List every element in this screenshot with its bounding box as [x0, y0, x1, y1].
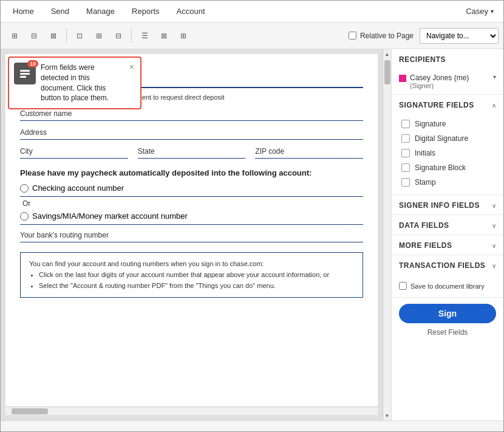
zip-label: ZIP code [255, 147, 363, 156]
more-fields-chevron-icon[interactable]: ∨ [492, 242, 496, 249]
sig-icon-stamp [401, 178, 410, 187]
horiz-scrollbar[interactable] [5, 406, 378, 415]
document-inner: 10 Form fields were detected in this doc… [5, 54, 378, 406]
toolbar-btn-6[interactable]: ⊟ [109, 27, 128, 44]
save-to-library-row: Save to document library [399, 279, 496, 292]
scroll-up-arrow[interactable]: ▲ [384, 50, 391, 58]
sig-label-stamp: Stamp [415, 178, 436, 187]
recipient-role: (Signer) [410, 82, 489, 89]
signature-fields-chevron-icon[interactable]: ∧ [492, 102, 496, 109]
data-fields-chevron-icon[interactable]: ∨ [492, 222, 496, 229]
nav-reports[interactable]: Reports [124, 1, 167, 22]
transaction-fields-title: Transaction Fields [399, 261, 485, 270]
signature-fields-title: Signature Fields [399, 101, 474, 109]
routing-label: Your bank's routing number [20, 231, 363, 239]
sig-label-digital: Digital Signature [415, 134, 468, 143]
navigate-to-select[interactable]: Navigate to... [420, 28, 499, 44]
sig-icon-signature [401, 120, 410, 128]
right-panel: RECIPIENTS Casey Jones (me) (Signer) ▾ [391, 49, 503, 420]
toolbar-btn-3[interactable]: ⊠ [44, 27, 63, 44]
state-label: State [138, 147, 246, 156]
savings-radio[interactable] [20, 212, 29, 221]
user-menu[interactable]: Casey ▾ [461, 7, 499, 16]
transaction-fields-section: Transaction Fields ∨ Save to document li… [392, 255, 503, 298]
user-chevron-icon: ▾ [491, 8, 494, 15]
checking-radio[interactable] [20, 184, 29, 193]
signature-fields-header[interactable]: Signature Fields ∧ [392, 95, 503, 114]
transaction-fields-header[interactable]: Transaction Fields ∨ [392, 255, 503, 275]
toolbar: ⊞ ⊟ ⊠ ⊡ ⊞ ⊟ ☰ ⊠ ⊞ Relative to Page Navig… [1, 22, 503, 49]
toolbar-btn-2[interactable]: ⊟ [25, 27, 43, 44]
data-fields-header[interactable]: Data Fields ∨ [392, 215, 503, 235]
customer-name-field: Customer name [20, 109, 363, 121]
save-to-library-checkbox[interactable] [399, 282, 407, 290]
popup-message: Form fields were detected in this docume… [41, 63, 123, 103]
horiz-scroll-thumb[interactable] [12, 408, 48, 414]
toolbar-btn-1[interactable]: ⊞ [5, 27, 24, 44]
signer-info-chevron-icon[interactable]: ∨ [492, 202, 496, 209]
checking-account-field [20, 195, 363, 197]
toolbar-btn-8[interactable]: ⊠ [155, 27, 173, 44]
signature-fields-list: Signature Digital Signature Initials Sig… [392, 114, 503, 194]
toolbar-btn-7[interactable]: ☰ [135, 27, 154, 44]
transaction-fields-content: Save to document library [392, 275, 503, 297]
svg-rect-1 [20, 73, 30, 75]
main-content: 10 Form fields were detected in this doc… [1, 49, 503, 420]
signer-info-header[interactable]: Signer Info Fields ∨ [392, 195, 503, 214]
document-area[interactable]: 10 Form fields were detected in this doc… [1, 49, 383, 420]
routing-field: Your bank's routing number [20, 231, 363, 242]
more-fields-header[interactable]: More Fields ∨ [392, 235, 503, 255]
user-name: Casey [466, 7, 488, 16]
popup-icon-wrap: 10 [14, 63, 36, 84]
relative-to-page-checkbox[interactable] [349, 32, 356, 39]
bottom-bar [1, 420, 503, 431]
scroll-thumb[interactable] [384, 60, 390, 84]
nav-manage[interactable]: Manage [79, 1, 122, 22]
info-line1: You can find your account and routing nu… [29, 259, 354, 270]
deposit-section-title: Please have my paycheck automatically de… [20, 168, 363, 177]
nav-account[interactable]: Account [169, 1, 213, 22]
info-bullet2: Select the "Account & routing number PDF… [39, 281, 354, 292]
signer-info-section: Signer Info Fields ∨ [392, 195, 503, 215]
signature-fields-section: Signature Fields ∧ Signature Digital Sig… [392, 95, 503, 195]
toolbar-btn-5[interactable]: ⊞ [90, 27, 108, 44]
relative-to-page-label: Relative to Page [360, 32, 414, 40]
sig-field-stamp[interactable]: Stamp [392, 175, 503, 190]
vert-scrollbar[interactable]: ▲ ▼ [383, 49, 391, 420]
recipients-section: RECIPIENTS Casey Jones (me) (Signer) ▾ [392, 49, 503, 95]
info-box: You can find your account and routing nu… [20, 252, 363, 298]
more-fields-title: More Fields [399, 241, 452, 250]
reset-fields-link[interactable]: Reset Fields [392, 326, 503, 341]
recipient-name: Casey Jones (me) [410, 74, 489, 82]
signer-info-title: Signer Info Fields [399, 201, 480, 210]
recipients-list: Casey Jones (me) (Signer) ▾ [392, 69, 503, 94]
recipients-title: RECIPIENTS [399, 55, 446, 64]
nav-home[interactable]: Home [5, 1, 41, 22]
popup-close-button[interactable]: × [128, 63, 135, 71]
top-nav: Home Send Manage Reports Account Casey ▾ [1, 1, 503, 22]
form-fields-popup: 10 Form fields were detected in this doc… [8, 57, 141, 109]
sign-button[interactable]: Sign [399, 304, 496, 323]
recipients-header[interactable]: RECIPIENTS [392, 49, 503, 69]
popup-badge: 10 [27, 60, 38, 67]
savings-account-field [20, 223, 363, 225]
sig-field-signature[interactable]: Signature [392, 117, 503, 131]
savings-account-row: Savings/MIA/Money market account number [20, 211, 363, 221]
sig-icon-digital [401, 134, 410, 143]
sig-field-digital[interactable]: Digital Signature [392, 131, 503, 146]
toolbar-sep-2 [131, 29, 132, 43]
more-fields-section: More Fields ∨ [392, 235, 503, 255]
recipient-chevron-icon[interactable]: ▾ [493, 74, 496, 80]
sig-field-block[interactable]: Signature Block [392, 160, 503, 175]
scroll-down-arrow[interactable]: ▼ [384, 412, 391, 419]
city-state-zip-row: City State ZIP code [20, 147, 363, 159]
transaction-fields-chevron-icon[interactable]: ∨ [492, 262, 496, 269]
nav-send[interactable]: Send [44, 1, 77, 22]
or-label: Or [20, 199, 363, 208]
zip-field: ZIP code [255, 147, 363, 159]
toolbar-btn-9[interactable]: ⊞ [174, 27, 192, 44]
sig-field-initials[interactable]: Initials [392, 146, 503, 160]
recipient-color-swatch [399, 75, 406, 82]
toolbar-btn-4[interactable]: ⊡ [70, 27, 89, 44]
address-field: Address [20, 128, 363, 140]
